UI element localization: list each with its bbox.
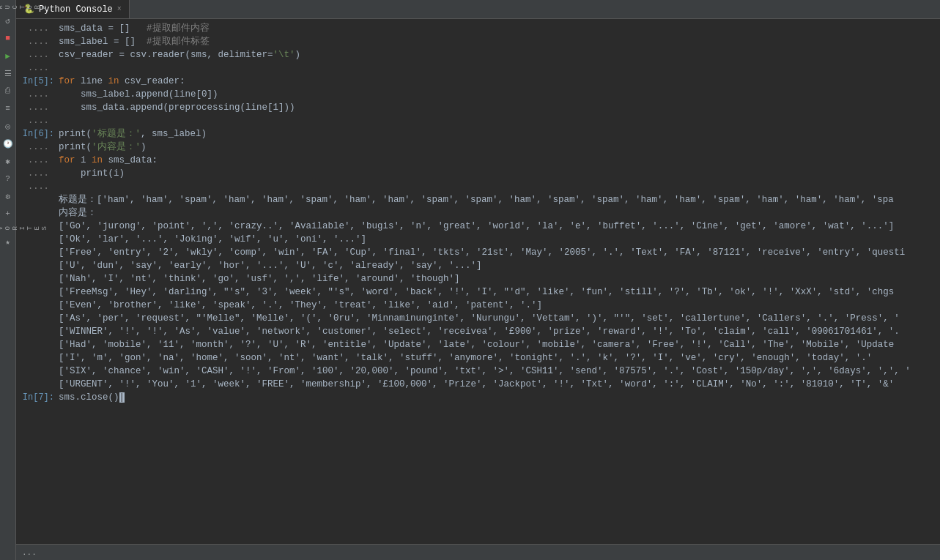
console-line: In[6]: print('标题是：', sms_label) bbox=[16, 127, 940, 141]
line-content: ['WINNER', '!', '!', 'As', 'value', 'net… bbox=[59, 325, 940, 338]
line-content: for i in sms_data: bbox=[59, 154, 940, 167]
line-content: 标题是：['ham', 'ham', 'spam', 'ham', 'ham',… bbox=[59, 193, 940, 206]
status-text: ... bbox=[22, 548, 37, 557]
console-line: .... print(i) bbox=[16, 167, 940, 180]
stop-icon[interactable]: ■ bbox=[2, 32, 14, 44]
line-content: print('内容是：') bbox=[59, 141, 940, 154]
line-content: sms_label.append(line[0]) bbox=[59, 88, 940, 101]
output-line: ['Free', 'entry', '2', 'wkly', 'comp', '… bbox=[16, 246, 940, 259]
output-line-cash: ['SIX', 'chance', 'win', 'CASH', '!', 'F… bbox=[16, 365, 940, 378]
question-icon[interactable]: ? bbox=[2, 173, 14, 184]
cursor: | bbox=[119, 392, 125, 403]
line-prompt bbox=[16, 378, 59, 391]
console-line: .... bbox=[16, 180, 940, 193]
main-container: 🐍 Python Console × .... sms_data = [] #提… bbox=[16, 0, 940, 560]
output-line: ['FreeMsg', 'Hey', 'darling', "'s", '3',… bbox=[16, 285, 940, 299]
line-content: ['As', 'per', 'request', "'Melle", 'Mell… bbox=[59, 312, 940, 325]
output-line: ['Had', 'mobile', '11', 'month', '?', 'U… bbox=[16, 338, 940, 351]
person-icon[interactable]: ☰ bbox=[2, 67, 14, 79]
line-content: ['Ok', 'lar', '...', 'Joking', 'wif', 'u… bbox=[59, 233, 940, 246]
align-icon[interactable]: ≡ bbox=[2, 102, 14, 114]
line-prompt: In[6]: bbox=[16, 127, 59, 141]
console-line: .... print('内容是：') bbox=[16, 141, 940, 154]
play-icon[interactable]: ▶ bbox=[2, 50, 14, 61]
python-console-tab[interactable]: 🐍 Python Console × bbox=[16, 0, 130, 18]
console-line: .... bbox=[16, 61, 940, 75]
console-line: In[5]: for line in csv_reader: bbox=[16, 75, 940, 88]
line-prompt bbox=[16, 193, 59, 206]
line-prompt: .... bbox=[16, 114, 59, 127]
print-icon[interactable]: ⎙ bbox=[2, 85, 14, 97]
output-line: ['Even', 'brother', 'like', 'speak', '.'… bbox=[16, 299, 940, 312]
line-content: ['URGENT', '!', 'You', '1', 'week', 'FRE… bbox=[59, 378, 940, 391]
output-line-you: ['URGENT', '!', 'You', '1', 'week', 'FRE… bbox=[16, 378, 940, 391]
line-prompt: .... bbox=[16, 48, 59, 61]
line-prompt bbox=[16, 351, 59, 365]
line-prompt: .... bbox=[16, 141, 59, 154]
line-prompt: .... bbox=[16, 88, 59, 101]
line-content: ['U', 'dun', 'say', 'early', 'hor', '...… bbox=[59, 259, 940, 272]
output-line: 标题是：['ham', 'ham', 'spam', 'ham', 'ham',… bbox=[16, 193, 940, 206]
tab-label: Python Console bbox=[39, 4, 113, 15]
rerun-icon[interactable]: ↺ bbox=[2, 15, 14, 26]
line-prompt bbox=[16, 299, 59, 312]
star-icon[interactable]: ★ bbox=[2, 236, 14, 248]
output-line: 内容是： bbox=[16, 206, 940, 220]
tab-close-button[interactable]: × bbox=[117, 5, 122, 13]
console-line: .... for i in sms_data: bbox=[16, 154, 940, 167]
plus-icon[interactable]: + bbox=[2, 208, 14, 220]
line-prompt bbox=[16, 206, 59, 220]
line-prompt: .... bbox=[16, 167, 59, 180]
line-prompt bbox=[16, 246, 59, 259]
console-line: .... bbox=[16, 114, 940, 127]
output-line: ['Go', 'jurong', 'point', ',', 'crazy..'… bbox=[16, 220, 940, 233]
line-prompt: .... bbox=[16, 101, 59, 114]
line-prompt: In[5]: bbox=[16, 75, 59, 88]
clock-icon[interactable]: 🕐 bbox=[2, 138, 14, 149]
line-content: 内容是： bbox=[59, 206, 940, 220]
line-content: print('标题是：', sms_label) bbox=[59, 127, 940, 141]
line-content: sms_label = [] #提取邮件标签 bbox=[59, 35, 940, 48]
line-prompt bbox=[16, 365, 59, 378]
output-line: ['WINNER', '!', '!', 'As', 'value', 'net… bbox=[16, 325, 940, 338]
line-content: print(i) bbox=[59, 167, 940, 180]
settings-icon[interactable]: ⚙ bbox=[2, 190, 14, 202]
line-prompt: .... bbox=[16, 154, 59, 167]
line-prompt bbox=[16, 233, 59, 246]
line-content: sms_data = [] #提取邮件内容 bbox=[59, 22, 940, 35]
console-line: .... sms_label.append(line[0]) bbox=[16, 88, 940, 101]
line-content: csv_reader = csv.reader(sms, delimiter='… bbox=[59, 48, 940, 61]
line-prompt: In[7]: bbox=[16, 391, 59, 404]
line-content: ['Free', 'entry', '2', 'wkly', 'comp', '… bbox=[59, 246, 940, 259]
line-prompt: .... bbox=[16, 61, 59, 75]
structure-label[interactable]: Z:Structure bbox=[0, 4, 48, 9]
line-prompt bbox=[16, 285, 59, 299]
line-prompt: .... bbox=[16, 35, 59, 48]
console-line-in7: In[7]: sms.close()| bbox=[16, 391, 940, 404]
output-line: ['As', 'per', 'request', "'Melle", 'Mell… bbox=[16, 312, 940, 325]
line-content: ['SIX', 'chance', 'win', 'CASH', '!', 'F… bbox=[59, 365, 940, 378]
line-prompt bbox=[16, 259, 59, 272]
line-prompt: .... bbox=[16, 180, 59, 193]
line-content: for line in csv_reader: bbox=[59, 75, 940, 88]
bug-icon[interactable]: ✱ bbox=[2, 155, 14, 167]
line-content: sms_data.append(preprocessing(line[1])) bbox=[59, 101, 940, 114]
output-line: ['U', 'dun', 'say', 'early', 'hor', '...… bbox=[16, 259, 940, 272]
console-line: .... sms_data.append(preprocessing(line[… bbox=[16, 101, 940, 114]
status-bar: ... bbox=[16, 544, 940, 560]
line-content: ['Had', 'mobile', '11', 'month', '?', 'U… bbox=[59, 338, 940, 351]
favorites-label[interactable]: 2:Favorites bbox=[0, 225, 48, 230]
console-line: .... sms_data = [] #提取邮件内容 bbox=[16, 22, 940, 35]
console-line: .... sms_label = [] #提取邮件标签 bbox=[16, 35, 940, 48]
eye-icon[interactable]: ◎ bbox=[2, 120, 14, 132]
line-prompt: .... bbox=[16, 22, 59, 35]
line-content: ['Go', 'jurong', 'point', ',', 'crazy..'… bbox=[59, 220, 940, 233]
console-line: .... csv_reader = csv.reader(sms, delimi… bbox=[16, 48, 940, 61]
line-content: ['Nah', 'I', 'n​t', 'think', 'go', 'usf'… bbox=[59, 272, 940, 285]
console-area[interactable]: .... sms_data = [] #提取邮件内容 .... sms_labe… bbox=[16, 19, 940, 544]
line-prompt bbox=[16, 312, 59, 325]
left-sidebar: Z:Structure ↺ ■ ▶ ☰ ⎙ ≡ ◎ 🕐 ✱ ? ⚙ + 2:Fa… bbox=[0, 0, 16, 560]
line-prompt bbox=[16, 272, 59, 285]
line-prompt bbox=[16, 338, 59, 351]
output-line: ['I', 'm', 'gon', 'na', 'home', 'soon', … bbox=[16, 351, 940, 365]
